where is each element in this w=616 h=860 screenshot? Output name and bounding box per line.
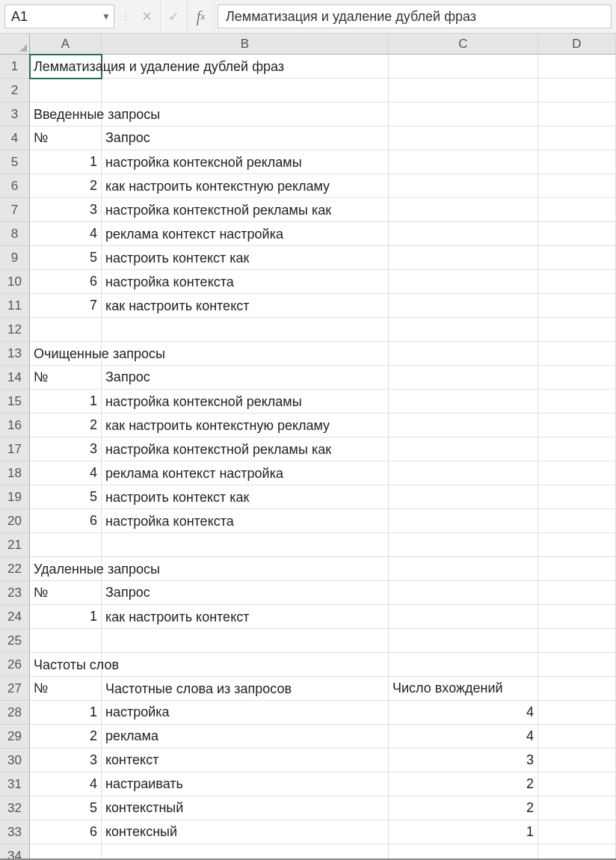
row-header-1[interactable]: 1 bbox=[0, 55, 30, 79]
cell-B15[interactable]: настройка контексной рекламы bbox=[102, 390, 389, 414]
cell-B11[interactable]: как настроить контекст bbox=[102, 294, 389, 318]
cell-B27[interactable]: Частотные слова из запросов bbox=[102, 677, 389, 701]
cell-A14[interactable]: № bbox=[30, 366, 102, 390]
row-header-6[interactable]: 6 bbox=[0, 174, 30, 198]
cell-A23[interactable]: № bbox=[30, 581, 102, 605]
row-header-3[interactable]: 3 bbox=[0, 102, 30, 126]
cell-A13[interactable]: Очищенные запросы bbox=[30, 342, 102, 366]
cell-C13[interactable] bbox=[389, 342, 538, 366]
cell-A28[interactable]: 1 bbox=[30, 701, 102, 725]
formula-input[interactable]: Лемматизация и удаление дублей фраз bbox=[218, 4, 612, 28]
cell-B17[interactable]: настройка контекстной рекламы как bbox=[102, 437, 389, 461]
row-header-19[interactable]: 19 bbox=[0, 485, 30, 509]
cell-A31[interactable]: 4 bbox=[30, 773, 102, 796]
spreadsheet-grid[interactable]: ABCD1Лемматизация и удаление дублей фраз… bbox=[0, 34, 616, 860]
row-header-33[interactable]: 33 bbox=[0, 820, 30, 844]
chevron-down-icon[interactable]: ▼ bbox=[102, 11, 111, 22]
cell-D32[interactable] bbox=[538, 796, 616, 820]
cell-D30[interactable] bbox=[538, 749, 616, 773]
cell-D19[interactable] bbox=[538, 485, 616, 509]
column-header-A[interactable]: A bbox=[30, 34, 102, 55]
cell-C16[interactable] bbox=[389, 414, 538, 437]
accept-icon[interactable]: ✓ bbox=[161, 0, 188, 33]
row-header-25[interactable]: 25 bbox=[0, 629, 30, 653]
cell-B7[interactable]: настройка контекстной рекламы как bbox=[102, 198, 389, 222]
cell-A21[interactable] bbox=[30, 533, 102, 557]
cell-D1[interactable] bbox=[538, 55, 616, 79]
cell-B30[interactable]: контекст bbox=[102, 749, 389, 773]
row-header-27[interactable]: 27 bbox=[0, 677, 30, 701]
cell-C15[interactable] bbox=[389, 390, 538, 414]
cell-C29[interactable]: 4 bbox=[389, 725, 538, 749]
cell-D23[interactable] bbox=[538, 581, 616, 605]
row-header-15[interactable]: 15 bbox=[0, 390, 30, 414]
row-header-10[interactable]: 10 bbox=[0, 270, 30, 294]
cell-B14[interactable]: Запрос bbox=[102, 366, 389, 390]
cell-A11[interactable]: 7 bbox=[30, 294, 102, 318]
row-header-14[interactable]: 14 bbox=[0, 366, 30, 390]
cell-A25[interactable] bbox=[30, 629, 102, 653]
cell-D18[interactable] bbox=[538, 461, 616, 485]
cell-A9[interactable]: 5 bbox=[30, 246, 102, 270]
cell-A30[interactable]: 3 bbox=[30, 749, 102, 773]
cell-C6[interactable] bbox=[389, 174, 538, 198]
cell-A26[interactable]: Частоты слов bbox=[30, 653, 102, 677]
cell-B19[interactable]: настроить контекст как bbox=[102, 485, 389, 509]
cell-B5[interactable]: настройка контексной рекламы bbox=[102, 150, 389, 174]
cell-A29[interactable]: 2 bbox=[30, 725, 102, 749]
row-header-4[interactable]: 4 bbox=[0, 126, 30, 150]
fx-icon[interactable]: fx bbox=[188, 0, 215, 33]
cell-B20[interactable]: настройка контекста bbox=[102, 509, 389, 533]
cell-D33[interactable] bbox=[538, 820, 616, 844]
cell-C14[interactable] bbox=[389, 366, 538, 390]
row-header-17[interactable]: 17 bbox=[0, 437, 30, 461]
cell-A34[interactable] bbox=[30, 844, 102, 860]
cell-D5[interactable] bbox=[538, 150, 616, 174]
cell-C1[interactable] bbox=[389, 55, 538, 79]
cell-A15[interactable]: 1 bbox=[30, 390, 102, 414]
cell-A27[interactable]: № bbox=[30, 677, 102, 701]
cell-C33[interactable]: 1 bbox=[389, 820, 538, 844]
cell-B9[interactable]: настроить контекст как bbox=[102, 246, 389, 270]
cell-D26[interactable] bbox=[538, 653, 616, 677]
cell-D4[interactable] bbox=[538, 126, 616, 150]
row-header-28[interactable]: 28 bbox=[0, 701, 30, 725]
cell-D25[interactable] bbox=[538, 629, 616, 653]
cell-B31[interactable]: настраивать bbox=[102, 773, 389, 796]
cell-C5[interactable] bbox=[389, 150, 538, 174]
cell-C8[interactable] bbox=[389, 222, 538, 246]
row-header-24[interactable]: 24 bbox=[0, 605, 30, 629]
cell-D16[interactable] bbox=[538, 414, 616, 437]
cell-C30[interactable]: 3 bbox=[389, 749, 538, 773]
cell-D14[interactable] bbox=[538, 366, 616, 390]
cell-C17[interactable] bbox=[389, 437, 538, 461]
cell-C20[interactable] bbox=[389, 509, 538, 533]
row-header-32[interactable]: 32 bbox=[0, 796, 30, 820]
cell-A1[interactable]: Лемматизация и удаление дублей фраз bbox=[30, 55, 102, 79]
cell-C27[interactable]: Число вхождений bbox=[389, 677, 538, 701]
cell-A4[interactable]: № bbox=[30, 126, 102, 150]
cell-C2[interactable] bbox=[389, 79, 538, 102]
cell-A2[interactable] bbox=[30, 79, 102, 102]
cell-C26[interactable] bbox=[389, 653, 538, 677]
cell-A6[interactable]: 2 bbox=[30, 174, 102, 198]
cell-A7[interactable]: 3 bbox=[30, 198, 102, 222]
cell-B32[interactable]: контекстный bbox=[102, 796, 389, 820]
cell-C3[interactable] bbox=[389, 102, 538, 126]
row-header-34[interactable]: 34 bbox=[0, 844, 30, 860]
cell-A19[interactable]: 5 bbox=[30, 485, 102, 509]
cell-B25[interactable] bbox=[102, 629, 389, 653]
cell-D29[interactable] bbox=[538, 725, 616, 749]
row-header-12[interactable]: 12 bbox=[0, 318, 30, 342]
cancel-icon[interactable]: ✕ bbox=[134, 0, 161, 33]
cell-D20[interactable] bbox=[538, 509, 616, 533]
cell-D28[interactable] bbox=[538, 701, 616, 725]
row-header-23[interactable]: 23 bbox=[0, 581, 30, 605]
cell-B28[interactable]: настройка bbox=[102, 701, 389, 725]
cell-C28[interactable]: 4 bbox=[389, 701, 538, 725]
column-header-B[interactable]: B bbox=[102, 34, 389, 55]
cell-C9[interactable] bbox=[389, 246, 538, 270]
select-all-corner[interactable] bbox=[0, 34, 30, 55]
row-header-20[interactable]: 20 bbox=[0, 509, 30, 533]
cell-C10[interactable] bbox=[389, 270, 538, 294]
